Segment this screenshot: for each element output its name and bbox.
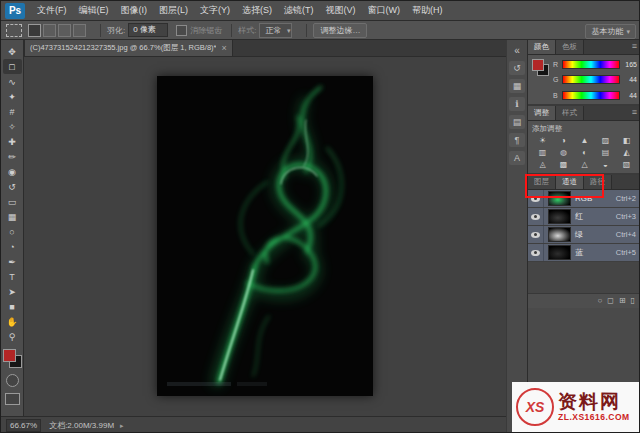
add-adjustment-label: 添加调整: [532, 123, 637, 134]
status-options-arrow-icon[interactable]: ▸: [120, 422, 124, 430]
clone-stamp-tool[interactable]: ◉: [3, 164, 22, 179]
add-to-selection-icon[interactable]: [43, 24, 56, 37]
marquee-tool[interactable]: □: [3, 59, 22, 74]
pen-tool[interactable]: ✒: [3, 254, 22, 269]
menu-file[interactable]: 文件(F): [31, 1, 73, 20]
properties-panel-icon[interactable]: ▤: [509, 115, 525, 129]
expand-dock-icon[interactable]: «: [509, 43, 525, 57]
visibility-eye-icon[interactable]: [531, 232, 540, 238]
foreground-color-swatch[interactable]: [3, 349, 16, 362]
channel-row-green[interactable]: 绿 Ctrl+4: [528, 226, 640, 244]
gradient-tool[interactable]: ▦: [3, 209, 22, 224]
style-dropdown[interactable]: 正常: [259, 23, 292, 38]
green-slider[interactable]: [562, 75, 620, 84]
tab-color[interactable]: 颜色: [528, 40, 556, 54]
photo-filter-icon[interactable]: ▤: [595, 146, 616, 158]
hand-tool[interactable]: ✋: [3, 314, 22, 329]
channel-row-blue[interactable]: 蓝 Ctrl+5: [528, 244, 640, 262]
slider-green: G 44: [553, 75, 637, 85]
workspace-switcher[interactable]: 基本功能 ▾: [585, 24, 636, 39]
info-panel-icon[interactable]: ℹ: [509, 97, 525, 111]
zoom-tool[interactable]: ⚲: [3, 329, 22, 344]
antialias-checkbox[interactable]: [176, 25, 187, 36]
eyedropper-tool[interactable]: ✧: [3, 119, 22, 134]
eraser-tool[interactable]: ▭: [3, 194, 22, 209]
save-selection-as-channel-icon[interactable]: ◻: [607, 295, 614, 307]
path-selection-tool[interactable]: ➤: [3, 284, 22, 299]
brightness-contrast-icon[interactable]: ☀: [532, 134, 553, 146]
channel-row-red[interactable]: 红 Ctrl+3: [528, 208, 640, 226]
document-canvas[interactable]: [157, 76, 373, 396]
foreground-color-swatch[interactable]: [532, 59, 544, 71]
menu-select[interactable]: 选择(S): [236, 1, 278, 20]
tab-adjustments[interactable]: 调整: [528, 106, 556, 120]
menu-help[interactable]: 帮助(H): [406, 1, 449, 20]
zoom-level-input[interactable]: 66.67%: [6, 419, 41, 432]
threshold-icon[interactable]: △: [574, 158, 595, 170]
load-channel-selection-icon[interactable]: ○: [597, 295, 602, 307]
subtract-from-selection-icon[interactable]: [58, 24, 71, 37]
red-value[interactable]: 165: [623, 61, 637, 68]
menu-image[interactable]: 图像(I): [115, 1, 154, 20]
visibility-eye-icon[interactable]: [531, 250, 540, 256]
dodge-tool[interactable]: ◔: [3, 239, 22, 254]
refine-edge-button[interactable]: 调整边缘…: [313, 23, 367, 38]
close-tab-icon[interactable]: ×: [221, 44, 226, 53]
gradient-map-icon[interactable]: ◒: [595, 158, 616, 170]
quick-mask-button[interactable]: [6, 374, 19, 387]
exposure-icon[interactable]: ▨: [595, 134, 616, 146]
menu-window[interactable]: 窗口(W): [362, 1, 407, 20]
slider-label: B: [553, 92, 559, 99]
visibility-eye-icon[interactable]: [531, 214, 540, 220]
panel-menu-icon[interactable]: ≡: [628, 106, 640, 120]
red-slider[interactable]: [562, 60, 620, 69]
blue-slider[interactable]: [562, 91, 620, 100]
panel-menu-icon[interactable]: ≡: [628, 40, 640, 54]
character-panel-icon[interactable]: A: [509, 151, 525, 165]
shape-tool[interactable]: ■: [3, 299, 22, 314]
color-balance-icon[interactable]: ◍: [553, 146, 574, 158]
navigator-panel-icon[interactable]: ▦: [509, 79, 525, 93]
black-white-icon[interactable]: ◐: [574, 146, 595, 158]
blur-tool[interactable]: ○: [3, 224, 22, 239]
menu-type[interactable]: 文字(Y): [194, 1, 236, 20]
hue-saturation-icon[interactable]: ▥: [532, 146, 553, 158]
menu-layer[interactable]: 图层(L): [153, 1, 194, 20]
intersect-selection-icon[interactable]: [73, 24, 86, 37]
channels-empty-area: [528, 262, 640, 293]
divider: [231, 24, 232, 37]
levels-icon[interactable]: ◑: [553, 134, 574, 146]
vibrance-icon[interactable]: ◧: [616, 134, 637, 146]
type-tool[interactable]: T: [3, 269, 22, 284]
posterize-icon[interactable]: ▩: [553, 158, 574, 170]
brush-tool[interactable]: ✏: [3, 149, 22, 164]
channel-thumbnail: [548, 227, 571, 242]
marquee-tool-preset-icon[interactable]: [6, 24, 22, 37]
tab-styles[interactable]: 样式: [556, 106, 584, 120]
green-value[interactable]: 44: [623, 76, 637, 83]
document-tab[interactable]: (C)473731524212327355.jpg @ 66.7%(图层 1, …: [24, 39, 233, 56]
history-panel-icon[interactable]: ↺: [509, 61, 525, 75]
menu-view[interactable]: 视图(V): [320, 1, 362, 20]
crop-tool[interactable]: #: [3, 104, 22, 119]
screen-mode-button[interactable]: [5, 393, 20, 405]
menu-edit[interactable]: 编辑(E): [73, 1, 115, 20]
delete-channel-icon[interactable]: ▯: [631, 295, 635, 307]
tab-swatches[interactable]: 色板: [556, 40, 584, 54]
selective-color-icon[interactable]: ▧: [616, 158, 637, 170]
channel-mixer-icon[interactable]: ◭: [616, 146, 637, 158]
healing-brush-tool[interactable]: ✚: [3, 134, 22, 149]
quick-selection-tool[interactable]: ✦: [3, 89, 22, 104]
new-selection-icon[interactable]: [28, 24, 41, 37]
lasso-tool[interactable]: ∿: [3, 74, 22, 89]
curves-icon[interactable]: ▲: [574, 134, 595, 146]
paragraph-panel-icon[interactable]: ¶: [509, 133, 525, 147]
invert-icon[interactable]: ◬: [532, 158, 553, 170]
feather-input[interactable]: 0 像素: [128, 23, 168, 37]
history-brush-tool[interactable]: ↺: [3, 179, 22, 194]
blue-value[interactable]: 44: [623, 92, 637, 99]
move-tool[interactable]: ✥: [3, 44, 22, 59]
menu-filter[interactable]: 滤镜(T): [278, 1, 320, 20]
watermark-stamp-icon: XS: [516, 388, 554, 426]
new-channel-icon[interactable]: ⊞: [619, 295, 626, 307]
